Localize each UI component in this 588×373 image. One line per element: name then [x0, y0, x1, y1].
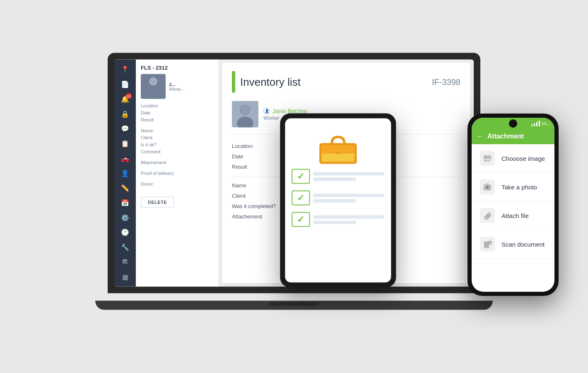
sidebar-icon-user[interactable]: 👤 [118, 167, 133, 180]
doc-user-avatar [232, 101, 258, 128]
sidebar-icon-history[interactable]: 🕐 [118, 226, 133, 239]
signal-bar-3 [536, 122, 537, 126]
checkbox-3[interactable]: ✓ [292, 212, 310, 227]
sidebar-icon-file[interactable]: 📄 [118, 78, 133, 91]
tablet-screen: ✓ ✓ [285, 119, 391, 283]
check-line-3a [313, 215, 384, 218]
field-comment: Comment [141, 149, 213, 154]
attach-file-label: Attach file [501, 212, 529, 219]
phone-header: ← Attachment [472, 129, 554, 144]
sidebar-icon-location[interactable]: 📍 [118, 63, 133, 76]
left-panel: FLS - 2312 J... Worke... Location Date R… [136, 60, 219, 287]
tablet: ✓ ✓ [280, 114, 396, 288]
field-proof: Proof of delivery [141, 171, 213, 176]
menu-item-choose-image[interactable]: Chooose image [472, 144, 554, 173]
attach-file-icon [480, 208, 495, 223]
panel-title: FLS - 2312 [141, 65, 213, 71]
scene: 📍 📄 🔔 12 🔒 💬 📋 🚗 👤 ✏️ 📅 ⚙️ 🕐 🔧 [0, 0, 588, 373]
check-line-1a [313, 172, 384, 175]
svg-point-21 [487, 186, 489, 189]
signal-bars [531, 121, 540, 126]
sidebar-icon-car[interactable]: 🚗 [118, 152, 133, 165]
checkmark-2: ✓ [297, 193, 304, 203]
field-location: Location [141, 103, 213, 108]
doc-title-area: Inventory list [232, 71, 301, 93]
check-lines-1 [313, 172, 384, 181]
take-photo-label: Take a photo [501, 184, 537, 191]
field-date: Date [141, 110, 213, 115]
checkmark-3: ✓ [297, 214, 304, 225]
checklist-item-2: ✓ [292, 191, 384, 206]
phone-body: 11:... ← Attachment Chooose image [468, 114, 559, 296]
field-client: Client [141, 135, 213, 140]
sidebar-icon-lock[interactable]: 🔒 [118, 107, 133, 121]
back-arrow[interactable]: ← [477, 133, 483, 140]
signal-bar-1 [531, 124, 533, 126]
doc-title: Inventory list [240, 75, 301, 88]
doc-header: Inventory list IF-3398 [232, 71, 460, 93]
svg-rect-26 [485, 246, 487, 247]
check-line-2b [313, 199, 356, 202]
choose-image-icon [480, 151, 495, 166]
check-line-2a [313, 194, 384, 197]
svg-rect-24 [485, 242, 489, 243]
svg-rect-17 [484, 155, 491, 162]
phone-title: Attachment [487, 133, 524, 140]
panel-user-role: Worke... [169, 87, 184, 91]
green-bar [232, 71, 235, 93]
checkmark-1: ✓ [297, 171, 304, 182]
panel-avatar [141, 74, 166, 99]
check-line-3b [313, 220, 356, 224]
svg-rect-25 [485, 244, 489, 245]
signal-bar-4 [539, 121, 540, 126]
smartphone: 11:... ← Attachment Chooose image [468, 114, 559, 296]
field-driver: Driver [141, 182, 213, 186]
menu-item-take-photo[interactable]: Take a photo [472, 173, 554, 201]
phone-screen: 11:... ← Attachment Chooose image [472, 118, 554, 292]
field-attachement: Attachement [141, 160, 213, 165]
check-lines-2 [313, 194, 384, 202]
field-name: Name [141, 128, 213, 133]
sidebar-icon-edit[interactable]: ✏️ [118, 181, 133, 194]
checklist-item-1: ✓ [292, 169, 384, 184]
toolbox-icon [317, 131, 359, 164]
sidebar-icon-gear[interactable]: ⚙️ [118, 211, 133, 224]
check-lines-3 [313, 215, 384, 224]
sidebar-icon-clipboard[interactable]: 📋 [118, 137, 133, 150]
menu-item-attach-file[interactable]: Attach file [472, 201, 554, 230]
sidebar-icon-wrench[interactable]: 🛠 [118, 255, 133, 269]
svg-point-3 [241, 106, 250, 115]
laptop-base [95, 301, 493, 310]
doc-id: IF-3398 [432, 77, 460, 87]
sidebar-icon-bell[interactable]: 🔔 12 [118, 92, 133, 106]
panel-user-name: J... [169, 82, 184, 87]
sidebar-icon-tools[interactable]: 🔧 [118, 240, 133, 254]
sidebar-icon-barcode[interactable]: ▦ [118, 270, 133, 283]
status-time: 11:... [542, 121, 550, 126]
menu-item-scan-document[interactable]: Scan document [472, 230, 554, 259]
scan-document-label: Scan document [501, 241, 545, 248]
checkbox-2[interactable]: ✓ [292, 191, 310, 206]
checklist-item-3: ✓ [292, 212, 384, 227]
tablet-body: ✓ ✓ [280, 114, 396, 288]
take-photo-icon [480, 179, 495, 194]
check-line-1b [313, 177, 356, 181]
sidebar-icon-chat[interactable]: 💬 [118, 122, 133, 136]
svg-rect-16 [335, 153, 340, 154]
notification-badge: 12 [126, 93, 132, 99]
choose-image-label: Chooose image [501, 155, 545, 162]
delete-button[interactable]: DELETE [141, 197, 174, 208]
phone-notch [509, 119, 517, 128]
field-result: Result [141, 117, 213, 122]
field-isitok: Is it ok? [141, 142, 213, 147]
svg-rect-22 [486, 184, 489, 185]
signal-bar-2 [534, 123, 535, 126]
sidebar: 📍 📄 🔔 12 🔒 💬 📋 🚗 👤 ✏️ 📅 ⚙️ 🕐 🔧 [114, 60, 136, 287]
sidebar-icon-calendar[interactable]: 📅 [118, 196, 133, 209]
checkbox-1[interactable]: ✓ [292, 169, 310, 184]
scan-document-icon [480, 237, 495, 252]
